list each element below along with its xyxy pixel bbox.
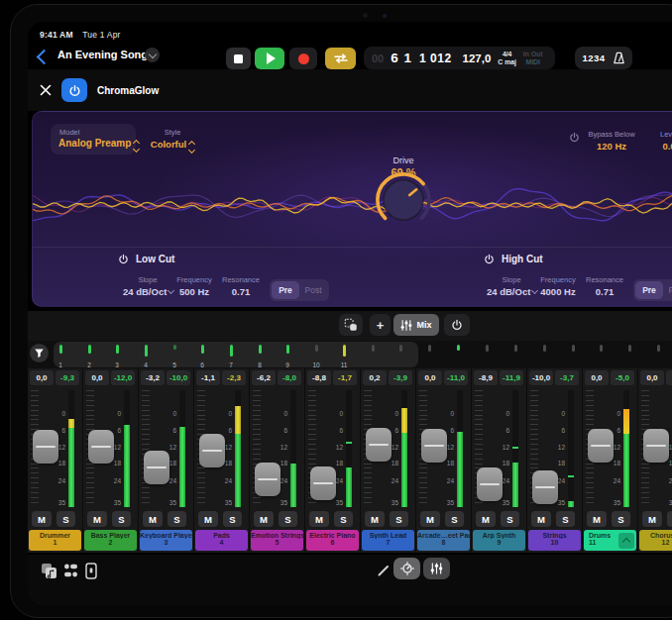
mute-button[interactable]: M: [309, 511, 329, 527]
solo-button[interactable]: S: [279, 511, 297, 527]
channel-volume-value[interactable]: 0,0: [585, 370, 609, 385]
model-selector[interactable]: Model Analog Preamp: [51, 124, 136, 155]
high-cut-frequency[interactable]: Frequency 4000 Hz: [535, 275, 581, 297]
track-label[interactable]: Arp Synth 9: [473, 530, 525, 551]
mixer-power-button[interactable]: [444, 314, 470, 336]
track-label[interactable]: Bass Player 2: [84, 530, 137, 551]
channel-volume-value[interactable]: 0,0: [30, 370, 54, 385]
low-cut-resonance[interactable]: Resonance 0.71: [219, 275, 263, 297]
volume-fader[interactable]: [421, 429, 447, 463]
pre-button[interactable]: Pre: [635, 281, 663, 299]
solo-button[interactable]: S: [501, 511, 519, 527]
close-icon[interactable]: [40, 84, 52, 96]
song-menu-button[interactable]: [145, 48, 160, 62]
solo-button[interactable]: S: [223, 511, 242, 527]
mute-button[interactable]: M: [587, 511, 607, 527]
cycle-button[interactable]: [325, 48, 356, 69]
solo-button[interactable]: S: [445, 511, 464, 527]
post-button[interactable]: Post: [299, 281, 327, 299]
track-label[interactable]: Keyboard Player 3: [140, 530, 192, 551]
high-cut-power-icon[interactable]: [484, 254, 495, 264]
mute-button[interactable]: M: [365, 511, 385, 527]
track-label[interactable]: Emotion Strings 5: [251, 530, 303, 551]
track-label[interactable]: Synth Lead 7: [362, 530, 414, 551]
play-surface-icon[interactable]: [85, 563, 97, 579]
level-control[interactable]: Level 0.0: [645, 130, 672, 152]
back-chevron-icon[interactable]: [39, 52, 50, 62]
mixer-view-button[interactable]: [423, 558, 450, 579]
song-title[interactable]: An Evening Song: [57, 49, 148, 60]
channel-volume-value[interactable]: 0,0: [640, 370, 664, 385]
mute-button[interactable]: M: [32, 511, 52, 527]
volume-fader[interactable]: [532, 470, 558, 504]
mute-button[interactable]: M: [642, 511, 662, 527]
channel-volume-value[interactable]: 0,0: [85, 370, 109, 385]
volume-fader[interactable]: [144, 451, 169, 484]
lcd-display[interactable]: 00 6 1 1 012 127,0 4/4C maj In OutMIDI: [364, 47, 555, 69]
plugin-power-button[interactable]: [61, 78, 87, 102]
controls-view-button[interactable]: [393, 558, 420, 579]
post-button[interactable]: Post: [663, 281, 672, 299]
channel-volume-value[interactable]: -1,1: [196, 370, 220, 385]
track-label[interactable]: Chorus V 12: [639, 530, 672, 551]
drive-knob[interactable]: [372, 168, 435, 232]
volume-fader[interactable]: [477, 467, 503, 501]
mute-button[interactable]: M: [198, 511, 218, 527]
high-cut-resonance[interactable]: Resonance 0.71: [583, 275, 626, 297]
mute-button[interactable]: M: [531, 511, 551, 527]
mix-toggle-button[interactable]: Mix: [393, 314, 439, 336]
metronome-icon[interactable]: [613, 52, 625, 65]
solo-button[interactable]: S: [334, 511, 353, 527]
track-label[interactable]: Arcade…eet Pad 8: [417, 530, 470, 551]
add-plugin-button[interactable]: +: [370, 314, 391, 336]
volume-fader[interactable]: [366, 428, 392, 462]
channel-volume-value[interactable]: 0,0: [418, 370, 442, 385]
bypass-below-control[interactable]: Bypass Below 120 Hz: [576, 130, 647, 152]
high-cut-slope[interactable]: Slope 24 dB/Oct: [487, 275, 536, 297]
loops-browser-icon[interactable]: [41, 563, 57, 579]
solo-button[interactable]: S: [667, 511, 672, 527]
collapse-mixer-button[interactable]: [618, 533, 634, 549]
volume-fader[interactable]: [310, 466, 336, 500]
pre-button[interactable]: Pre: [272, 281, 299, 299]
solo-button[interactable]: S: [556, 511, 575, 527]
channel-volume-value[interactable]: -8,8: [307, 370, 331, 385]
play-button[interactable]: [255, 48, 284, 69]
mute-button[interactable]: M: [87, 511, 107, 527]
solo-button[interactable]: S: [612, 511, 630, 527]
volume-fader[interactable]: [643, 429, 669, 463]
mute-button[interactable]: M: [254, 511, 274, 527]
volume-fader[interactable]: [33, 430, 58, 464]
copy-button[interactable]: [339, 314, 363, 336]
track-label[interactable]: Electric Piano 6: [306, 530, 359, 551]
track-label[interactable]: Drummer 1: [29, 530, 81, 551]
volume-fader[interactable]: [255, 463, 280, 496]
record-button[interactable]: [289, 48, 317, 69]
channel-volume-value[interactable]: -10,0: [529, 370, 553, 385]
plugins-icon[interactable]: [63, 563, 78, 578]
channel-volume-value[interactable]: -3,2: [141, 370, 165, 385]
count-in-button[interactable]: 1234: [582, 52, 605, 63]
solo-button[interactable]: S: [390, 511, 408, 527]
stop-button[interactable]: [226, 48, 251, 69]
solo-button[interactable]: S: [168, 511, 186, 527]
volume-fader[interactable]: [199, 434, 225, 467]
pencil-icon[interactable]: [377, 564, 390, 576]
mute-button[interactable]: M: [143, 511, 163, 527]
volume-fader[interactable]: [588, 429, 614, 463]
mute-button[interactable]: M: [476, 511, 496, 527]
solo-button[interactable]: S: [112, 511, 131, 527]
channel-volume-value[interactable]: 0,2: [363, 370, 387, 385]
mute-button[interactable]: M: [420, 511, 440, 527]
channel-volume-value[interactable]: -8,9: [474, 370, 498, 385]
style-selector[interactable]: Style Colorful: [140, 128, 205, 153]
track-label[interactable]: Drums 11: [584, 530, 636, 551]
track-label[interactable]: Pads 4: [195, 530, 248, 551]
track-label[interactable]: Strings 10: [528, 530, 581, 551]
low-cut-frequency[interactable]: Frequency 500 Hz: [171, 275, 217, 297]
low-cut-power-icon[interactable]: [118, 254, 129, 264]
volume-fader[interactable]: [88, 430, 114, 464]
low-cut-slope[interactable]: Slope 24 dB/Oct: [123, 275, 172, 297]
navigator-ticks[interactable]: 1234567891011: [28, 345, 672, 368]
solo-button[interactable]: S: [56, 511, 75, 527]
